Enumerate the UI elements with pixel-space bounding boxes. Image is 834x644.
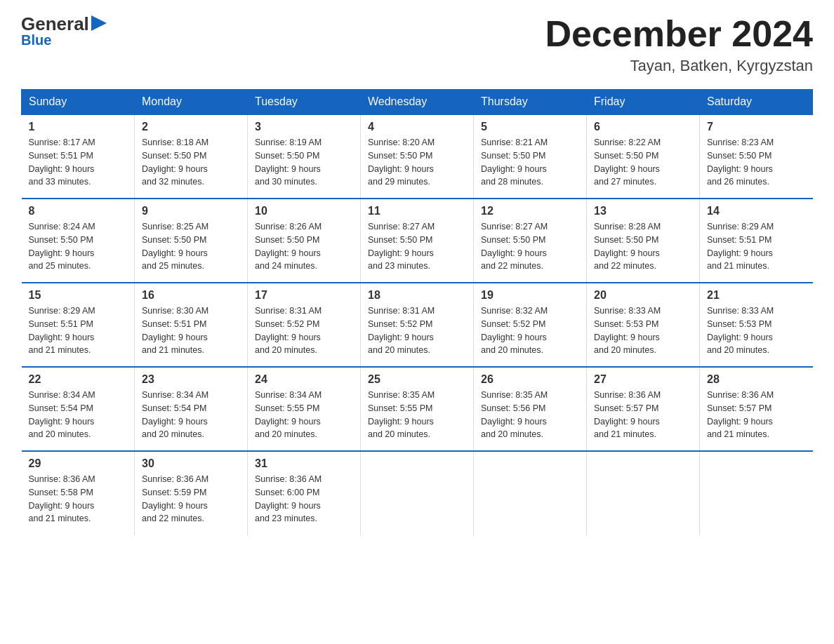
day-number: 3	[255, 121, 353, 133]
day-info: Sunrise: 8:31 AMSunset: 5:52 PMDaylight:…	[255, 304, 353, 357]
logo: General Blue	[21, 14, 107, 48]
day-number: 20	[594, 289, 692, 302]
header-friday: Friday	[587, 90, 700, 115]
day-info: Sunrise: 8:36 AMSunset: 5:57 PMDaylight:…	[707, 389, 806, 441]
calendar-cell-3-4: 26Sunrise: 8:35 AMSunset: 5:56 PMDayligh…	[474, 367, 587, 451]
day-info: Sunrise: 8:23 AMSunset: 5:50 PMDaylight:…	[707, 136, 806, 189]
day-info: Sunrise: 8:35 AMSunset: 5:55 PMDaylight:…	[368, 389, 466, 441]
day-info: Sunrise: 8:34 AMSunset: 5:55 PMDaylight:…	[255, 389, 353, 441]
header-thursday: Thursday	[474, 90, 587, 115]
day-info: Sunrise: 8:30 AMSunset: 5:51 PMDaylight:…	[142, 304, 240, 357]
calendar-cell-1-2: 10Sunrise: 8:26 AMSunset: 5:50 PMDayligh…	[248, 199, 361, 283]
day-number: 27	[594, 373, 692, 386]
day-info: Sunrise: 8:28 AMSunset: 5:50 PMDaylight:…	[594, 220, 692, 273]
day-info: Sunrise: 8:18 AMSunset: 5:50 PMDaylight:…	[142, 136, 240, 189]
logo-blue: Blue	[21, 32, 51, 48]
day-number: 25	[368, 373, 466, 386]
day-info: Sunrise: 8:35 AMSunset: 5:56 PMDaylight:…	[481, 389, 579, 441]
calendar-cell-2-0: 15Sunrise: 8:29 AMSunset: 5:51 PMDayligh…	[22, 283, 135, 367]
calendar-cell-1-6: 14Sunrise: 8:29 AMSunset: 5:51 PMDayligh…	[700, 199, 813, 283]
day-info: Sunrise: 8:25 AMSunset: 5:50 PMDaylight:…	[142, 220, 240, 273]
calendar-cell-0-5: 6Sunrise: 8:22 AMSunset: 5:50 PMDaylight…	[587, 114, 700, 199]
calendar-cell-4-2: 31Sunrise: 8:36 AMSunset: 6:00 PMDayligh…	[248, 451, 361, 535]
week-row-5: 29Sunrise: 8:36 AMSunset: 5:58 PMDayligh…	[22, 451, 813, 535]
calendar-cell-2-4: 19Sunrise: 8:32 AMSunset: 5:52 PMDayligh…	[474, 283, 587, 367]
day-info: Sunrise: 8:36 AMSunset: 5:58 PMDaylight:…	[29, 473, 128, 525]
calendar-cell-1-5: 13Sunrise: 8:28 AMSunset: 5:50 PMDayligh…	[587, 199, 700, 283]
calendar-cell-4-1: 30Sunrise: 8:36 AMSunset: 5:59 PMDayligh…	[135, 451, 248, 535]
day-number: 13	[594, 205, 692, 217]
calendar-cell-3-1: 23Sunrise: 8:34 AMSunset: 5:54 PMDayligh…	[135, 367, 248, 451]
day-info: Sunrise: 8:31 AMSunset: 5:52 PMDaylight:…	[368, 304, 466, 357]
calendar-cell-4-0: 29Sunrise: 8:36 AMSunset: 5:58 PMDayligh…	[22, 451, 135, 535]
day-info: Sunrise: 8:36 AMSunset: 5:57 PMDaylight:…	[594, 389, 692, 441]
day-number: 8	[29, 205, 128, 217]
title-section: December 2024 Tayan, Batken, Kyrgyzstan	[545, 14, 813, 75]
calendar-cell-1-4: 12Sunrise: 8:27 AMSunset: 5:50 PMDayligh…	[474, 199, 587, 283]
calendar-table: Sunday Monday Tuesday Wednesday Thursday…	[21, 89, 813, 535]
day-info: Sunrise: 8:21 AMSunset: 5:50 PMDaylight:…	[481, 136, 579, 189]
location-title: Tayan, Batken, Kyrgyzstan	[545, 57, 813, 75]
day-info: Sunrise: 8:20 AMSunset: 5:50 PMDaylight:…	[368, 136, 466, 189]
day-number: 17	[255, 289, 353, 302]
day-number: 15	[29, 289, 128, 302]
day-info: Sunrise: 8:36 AMSunset: 5:59 PMDaylight:…	[142, 473, 240, 525]
day-info: Sunrise: 8:22 AMSunset: 5:50 PMDaylight:…	[594, 136, 692, 189]
day-number: 31	[255, 457, 353, 470]
day-number: 2	[142, 121, 240, 133]
day-info: Sunrise: 8:36 AMSunset: 6:00 PMDaylight:…	[255, 473, 353, 525]
calendar-cell-1-1: 9Sunrise: 8:25 AMSunset: 5:50 PMDaylight…	[135, 199, 248, 283]
header-saturday: Saturday	[700, 90, 813, 115]
day-number: 4	[368, 121, 466, 133]
calendar-cell-0-6: 7Sunrise: 8:23 AMSunset: 5:50 PMDaylight…	[700, 114, 813, 199]
calendar-cell-3-5: 27Sunrise: 8:36 AMSunset: 5:57 PMDayligh…	[587, 367, 700, 451]
day-number: 19	[481, 289, 579, 302]
day-number: 10	[255, 205, 353, 217]
calendar-cell-4-5	[587, 451, 700, 535]
day-number: 30	[142, 457, 240, 470]
calendar-cell-2-6: 21Sunrise: 8:33 AMSunset: 5:53 PMDayligh…	[700, 283, 813, 367]
day-number: 21	[707, 289, 806, 302]
day-info: Sunrise: 8:29 AMSunset: 5:51 PMDaylight:…	[707, 220, 806, 273]
day-info: Sunrise: 8:29 AMSunset: 5:51 PMDaylight:…	[29, 304, 128, 357]
week-row-4: 22Sunrise: 8:34 AMSunset: 5:54 PMDayligh…	[22, 367, 813, 451]
day-number: 5	[481, 121, 579, 133]
day-number: 7	[707, 121, 806, 133]
calendar-cell-0-0: 1Sunrise: 8:17 AMSunset: 5:51 PMDaylight…	[22, 114, 135, 199]
calendar-header-row: Sunday Monday Tuesday Wednesday Thursday…	[22, 90, 813, 115]
day-number: 24	[255, 373, 353, 386]
header-tuesday: Tuesday	[248, 90, 361, 115]
calendar-cell-1-0: 8Sunrise: 8:24 AMSunset: 5:50 PMDaylight…	[22, 199, 135, 283]
day-number: 11	[368, 205, 466, 217]
day-info: Sunrise: 8:19 AMSunset: 5:50 PMDaylight:…	[255, 136, 353, 189]
day-info: Sunrise: 8:32 AMSunset: 5:52 PMDaylight:…	[481, 304, 579, 357]
calendar-cell-4-6	[700, 451, 813, 535]
calendar-cell-1-3: 11Sunrise: 8:27 AMSunset: 5:50 PMDayligh…	[361, 199, 474, 283]
calendar-cell-4-4	[474, 451, 587, 535]
day-info: Sunrise: 8:24 AMSunset: 5:50 PMDaylight:…	[29, 220, 128, 273]
calendar-cell-2-5: 20Sunrise: 8:33 AMSunset: 5:53 PMDayligh…	[587, 283, 700, 367]
day-info: Sunrise: 8:26 AMSunset: 5:50 PMDaylight:…	[255, 220, 353, 273]
header-sunday: Sunday	[22, 90, 135, 115]
day-info: Sunrise: 8:27 AMSunset: 5:50 PMDaylight:…	[368, 220, 466, 273]
calendar-cell-2-1: 16Sunrise: 8:30 AMSunset: 5:51 PMDayligh…	[135, 283, 248, 367]
day-number: 22	[29, 373, 128, 386]
calendar-cell-0-2: 3Sunrise: 8:19 AMSunset: 5:50 PMDaylight…	[248, 114, 361, 199]
logo-triangle-icon	[91, 15, 107, 31]
calendar-cell-3-0: 22Sunrise: 8:34 AMSunset: 5:54 PMDayligh…	[22, 367, 135, 451]
day-number: 9	[142, 205, 240, 217]
day-number: 14	[707, 205, 806, 217]
day-number: 28	[707, 373, 806, 386]
calendar-cell-3-6: 28Sunrise: 8:36 AMSunset: 5:57 PMDayligh…	[700, 367, 813, 451]
header-monday: Monday	[135, 90, 248, 115]
day-number: 18	[368, 289, 466, 302]
day-info: Sunrise: 8:33 AMSunset: 5:53 PMDaylight:…	[707, 304, 806, 357]
day-number: 29	[29, 457, 128, 470]
page-header: General Blue December 2024 Tayan, Batken…	[21, 14, 813, 75]
calendar-cell-4-3	[361, 451, 474, 535]
svg-marker-0	[91, 15, 107, 31]
calendar-cell-0-3: 4Sunrise: 8:20 AMSunset: 5:50 PMDaylight…	[361, 114, 474, 199]
day-info: Sunrise: 8:34 AMSunset: 5:54 PMDaylight:…	[29, 389, 128, 441]
week-row-1: 1Sunrise: 8:17 AMSunset: 5:51 PMDaylight…	[22, 114, 813, 199]
calendar-cell-0-1: 2Sunrise: 8:18 AMSunset: 5:50 PMDaylight…	[135, 114, 248, 199]
